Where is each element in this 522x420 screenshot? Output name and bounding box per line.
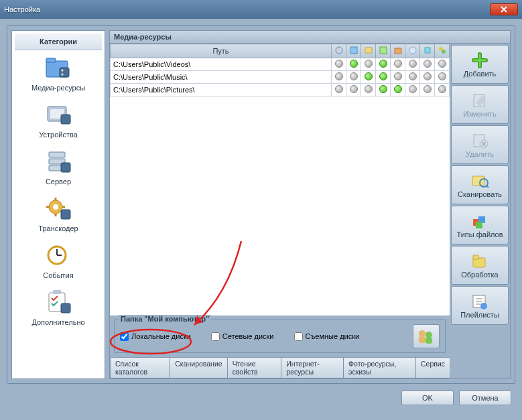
bottom-tab[interactable]: Интернет-ресурсы [281,358,344,378]
status-dot-off-icon [335,60,343,68]
status-cell[interactable] [376,84,391,96]
status-cell[interactable] [405,58,420,71]
svg-rect-11 [61,163,70,172]
ok-button[interactable]: OK [401,391,454,405]
status-cell[interactable] [435,71,450,84]
column-icon[interactable] [346,44,361,58]
toolbar-label: Удалить [466,150,494,158]
svg-rect-8 [49,152,65,157]
toolbar-process-button[interactable]: Обработка [451,246,509,285]
svg-point-36 [426,332,432,338]
close-icon [501,6,507,13]
status-dot-off-icon [365,60,373,68]
users-button[interactable] [413,324,440,348]
toolbar-scan-button[interactable]: Сканировать [451,165,509,204]
svg-point-4 [62,74,64,76]
table-row[interactable]: C:\Users\Public\Videos\ [111,58,450,71]
svg-line-44 [486,186,488,188]
content-title: Медиа-ресурсы [109,30,511,44]
status-cell[interactable] [376,58,391,71]
status-cell[interactable] [420,84,435,96]
svg-rect-25 [61,303,70,313]
svg-rect-38 [426,338,432,344]
devices-icon [44,100,73,129]
status-cell[interactable] [405,84,420,96]
status-dot-off-icon [335,85,343,93]
status-dot-off-icon [423,60,432,68]
column-icon[interactable] [376,44,391,58]
status-cell[interactable] [361,71,376,84]
checkbox-network-disks[interactable]: Сетевые диски [211,332,274,341]
status-cell[interactable] [391,84,405,96]
sidebar-item-advanced[interactable]: Дополнительно [12,285,105,332]
sidebar-item-media[interactable]: Медиа-ресурсы [12,50,105,97]
scan-icon [469,171,491,190]
bottom-tab[interactable]: Чтение свойств [227,358,282,378]
bottom-tab[interactable]: Сервис [415,358,450,378]
status-cell[interactable] [346,71,361,84]
plus-icon [469,51,491,70]
table-row[interactable]: C:\Users\Public\Music\ [111,71,450,84]
svg-point-34 [442,50,446,54]
status-cell[interactable] [361,84,376,96]
status-cell[interactable] [376,71,391,84]
filetypes-icon [469,212,491,230]
toolbar-label: Сканировать [458,190,502,198]
status-cell[interactable] [391,58,405,71]
checkbox-label: Сетевые диски [222,332,274,340]
status-cell[interactable] [420,71,435,84]
checkbox-input[interactable] [120,332,129,341]
svg-rect-1 [46,58,56,62]
status-cell[interactable] [435,58,450,71]
status-cell[interactable] [420,58,435,71]
bottom-tab[interactable]: Список каталогов [110,358,170,378]
sidebar-item-server[interactable]: Сервер [12,144,105,191]
column-path[interactable]: Путь [111,44,332,58]
checkbox-removable-disks[interactable]: Съемные диски [294,332,360,341]
status-dot-on-icon [379,85,387,93]
status-dot-off-icon [350,85,358,93]
status-cell[interactable] [332,58,346,71]
status-dot-off-icon [365,85,373,93]
status-dot-off-icon [394,72,402,80]
status-cell[interactable] [391,71,405,84]
status-cell[interactable] [332,84,346,96]
svg-point-3 [62,70,64,72]
svg-rect-49 [473,255,478,259]
status-cell[interactable] [405,71,420,84]
toolbar-filetypes-button[interactable]: Типы файлов [451,206,509,244]
status-cell[interactable] [435,84,450,96]
table-row[interactable]: C:\Users\Public\Pictures\ [111,84,450,96]
toolbar-playlists-button[interactable]: Плейлисты [451,286,509,325]
bottom-tab[interactable]: Сканирование [170,358,227,378]
status-cell[interactable] [346,58,361,71]
sidebar-item-events[interactable]: События [12,238,105,285]
column-icon[interactable] [361,44,376,58]
column-icon[interactable] [332,44,346,58]
svg-rect-2 [60,68,69,77]
status-cell[interactable] [361,58,376,71]
status-cell[interactable] [332,71,346,84]
cancel-button[interactable]: Отмена [459,391,511,405]
sidebar-item-label: События [43,271,73,279]
checkbox-input[interactable] [294,332,303,341]
column-icon[interactable] [391,44,405,58]
column-icon[interactable] [420,44,435,58]
toolbar-edit-button: Изменить [451,85,509,124]
sidebar-item-label: Сервер [46,178,71,186]
sidebar-item-devices[interactable]: Устройства [12,97,105,144]
status-dot-off-icon [438,85,446,93]
sidebar-item-transcoder[interactable]: Транскодер [12,191,105,238]
svg-point-35 [419,330,426,337]
window-title: Настройка [4,5,490,13]
checkbox-local-disks[interactable]: Локальные диски [120,332,191,341]
checkbox-label: Съемные диски [306,332,360,340]
column-icon[interactable] [435,44,450,58]
column-icon[interactable] [405,44,420,58]
bottom-tab[interactable]: Фото-ресурсы, эскизы [343,358,416,378]
toolbar-plus-button[interactable]: Добавить [451,45,509,84]
status-cell[interactable] [346,84,361,96]
checkbox-input[interactable] [211,332,220,341]
close-button[interactable] [490,3,518,15]
sidebar-tab[interactable]: Категории [15,33,102,50]
